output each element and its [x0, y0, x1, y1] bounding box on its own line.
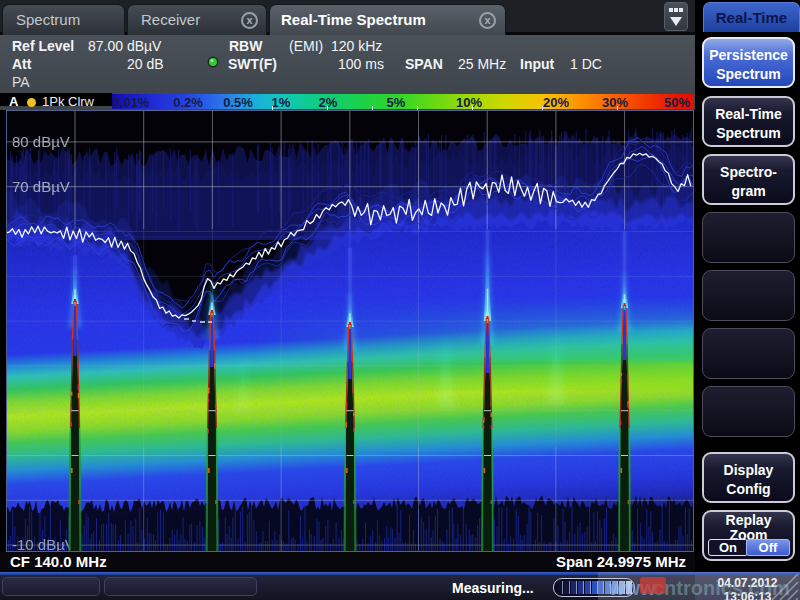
svg-text:70 dBµV: 70 dBµV [12, 178, 70, 195]
svg-text:-10 dBµV: -10 dBµV [12, 536, 75, 552]
svg-text:80 dBµV: 80 dBµV [12, 133, 70, 150]
